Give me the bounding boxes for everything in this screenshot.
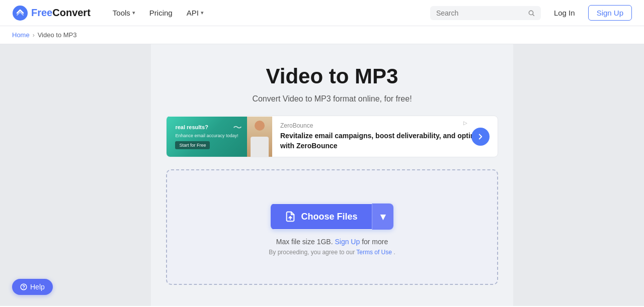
ad-image-subtext: Enhance email accuracy today!	[175, 133, 238, 138]
ad-image: real results? Enhance email accuracy tod…	[167, 117, 247, 157]
sidebar-right	[513, 44, 644, 306]
nav-api[interactable]: API ▾	[181, 6, 210, 20]
upload-info: Max file size 1GB. Sign Up for more	[276, 238, 388, 246]
upload-more-text: for more	[362, 238, 388, 246]
breadcrumb-separator: ›	[33, 32, 35, 39]
ad-indicator-icon: ▷	[463, 120, 467, 126]
main-content: Video to MP3 Convert Video to MP3 format…	[151, 44, 513, 306]
ad-image-btn: Start for Free	[175, 141, 210, 149]
sidebar-left	[0, 44, 151, 306]
ad-banner: real results? Enhance email accuracy tod…	[166, 116, 498, 157]
logo-text: FreeConvert	[31, 7, 91, 19]
logo-icon	[12, 5, 28, 21]
choose-files-dropdown[interactable]: ▾	[372, 203, 393, 230]
svg-point-0	[13, 6, 28, 21]
nav-pricing[interactable]: Pricing	[143, 6, 179, 20]
ad-brand: ZeroBounce	[280, 122, 490, 129]
navbar: FreeConvert Tools ▾ Pricing API ▾ Log In…	[0, 0, 644, 26]
ad-copy: Revitalize email campaigns, boost delive…	[280, 131, 490, 151]
help-button[interactable]: Help	[12, 279, 53, 295]
choose-files-button[interactable]: Choose Files ▾	[271, 203, 393, 230]
arrow-right-icon	[476, 132, 485, 141]
api-chevron-icon: ▾	[201, 10, 204, 16]
search-box	[430, 6, 541, 20]
page-title: Video to MP3	[266, 64, 398, 88]
ad-cta-button[interactable]	[471, 128, 490, 146]
svg-line-2	[533, 14, 534, 16]
ad-image-headline: real results?	[175, 124, 238, 131]
tools-chevron-icon: ▾	[132, 10, 135, 16]
breadcrumb: Home › Video to MP3	[0, 26, 644, 44]
page-subtitle: Convert Video to MP3 format online, for …	[252, 94, 412, 104]
terms-after-text: .	[393, 249, 395, 256]
nav-links: Tools ▾ Pricing API ▾	[107, 6, 210, 20]
upload-signup-link[interactable]: Sign Up	[335, 238, 360, 246]
search-area: Log In Sign Up	[430, 5, 632, 21]
breadcrumb-home[interactable]: Home	[12, 31, 30, 39]
terms-link[interactable]: Terms of Use	[356, 249, 392, 256]
upload-terms: By proceeding, you agree to our Terms of…	[269, 249, 395, 256]
breadcrumb-current: Video to MP3	[38, 31, 77, 39]
search-icon	[528, 9, 535, 17]
wave-icon: 〜	[233, 122, 242, 134]
search-input[interactable]	[436, 9, 524, 17]
signup-button[interactable]: Sign Up	[588, 5, 632, 21]
file-upload-icon	[285, 211, 296, 222]
terms-before-text: By proceeding, you agree to our	[269, 249, 355, 256]
ad-person	[247, 117, 272, 157]
dropdown-chevron-icon: ▾	[380, 211, 385, 223]
choose-files-main[interactable]: Choose Files	[271, 204, 371, 229]
logo[interactable]: FreeConvert	[12, 5, 91, 21]
upload-size-text: Max file size 1GB.	[276, 238, 333, 246]
nav-tools[interactable]: Tools ▾	[107, 6, 141, 20]
login-button[interactable]: Log In	[549, 6, 580, 20]
help-icon	[20, 283, 27, 290]
main-layout: Video to MP3 Convert Video to MP3 format…	[0, 44, 644, 306]
upload-box: Choose Files ▾ Max file size 1GB. Sign U…	[166, 169, 498, 285]
help-label: Help	[30, 283, 45, 291]
choose-files-label: Choose Files	[301, 212, 357, 222]
